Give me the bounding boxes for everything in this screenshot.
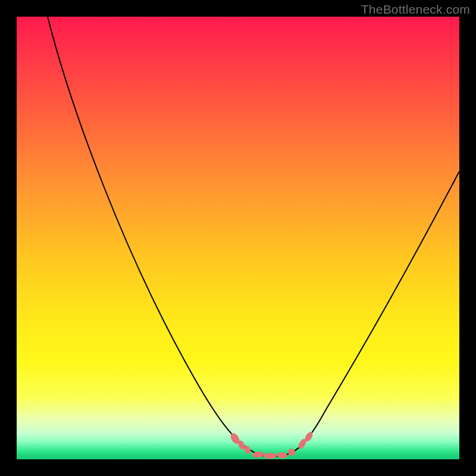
bottleneck-curve (48, 17, 459, 456)
chart-plot-area (17, 17, 459, 459)
curve-bead (264, 453, 277, 459)
curve-bead (277, 452, 288, 459)
bottleneck-curve-svg (17, 17, 459, 459)
watermark-text: TheBottleneck.com (361, 2, 470, 17)
curve-bead (288, 449, 295, 456)
